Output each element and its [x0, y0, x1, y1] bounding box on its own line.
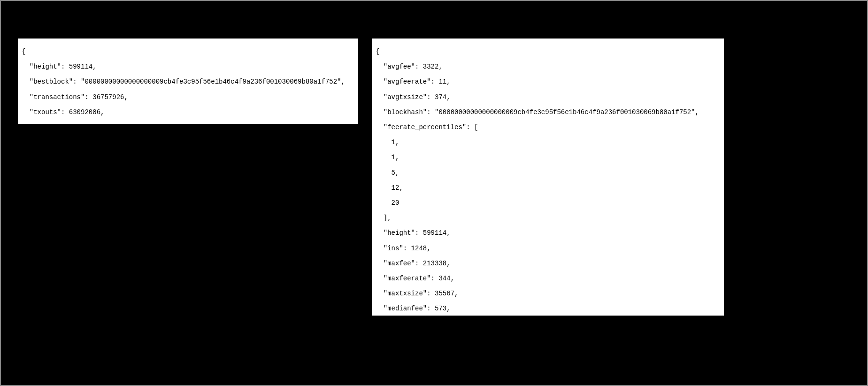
kv-avgfee: "avgfee": 3322, — [376, 63, 720, 70]
value: : 35567, — [427, 290, 458, 297]
key: "feerate_percentiles" — [384, 124, 466, 131]
value: : [ — [466, 124, 478, 131]
key: "bogosize" — [30, 124, 69, 124]
brace-open: { — [376, 48, 720, 55]
key: "avgfee" — [384, 63, 415, 70]
kv-avgtxsize: "avgtxsize": 374, — [376, 93, 720, 101]
brace-open: { — [22, 48, 354, 55]
kv-feerate-percentiles-open: "feerate_percentiles": [ — [376, 124, 720, 131]
key: "maxfeerate" — [384, 275, 431, 282]
key: "maxtxsize" — [384, 290, 427, 297]
kv-height: "height": 599114, — [376, 229, 720, 237]
json-output-right: { "avgfee": 3322, "avgfeerate": 11, "avg… — [372, 39, 724, 316]
key: "ins" — [384, 245, 403, 252]
feerate-item: 20 — [376, 199, 720, 207]
value: : 11, — [431, 78, 451, 85]
kv-txouts: "txouts": 63092086, — [22, 108, 354, 116]
value: : 374, — [427, 93, 450, 101]
key: "maxfee" — [384, 260, 415, 267]
value: : "00000000000000000009cb4fe3c95f56e1b46… — [73, 78, 345, 85]
value: : 36757926, — [84, 93, 128, 101]
screenshot-frame: { "height": 599114, "bestblock": "000000… — [1, 1, 867, 385]
value: : 4745309576, — [69, 124, 120, 124]
key: "medianfee" — [384, 305, 427, 312]
kv-maxtxsize: "maxtxsize": 35567, — [376, 290, 720, 297]
feerate-percentiles-close: ], — [376, 214, 720, 222]
value: : 213338, — [415, 260, 451, 267]
feerate-item: 5, — [376, 169, 720, 177]
key: "height" — [30, 63, 61, 70]
value: : 573, — [427, 305, 450, 312]
kv-bestblock: "bestblock": "00000000000000000009cb4fe3… — [22, 78, 354, 85]
feerate-item: 1, — [376, 154, 720, 161]
kv-ins: "ins": 1248, — [376, 245, 720, 252]
key: "bestblock" — [30, 78, 73, 85]
value: : 3322, — [415, 63, 443, 70]
key: "avgfeerate" — [384, 78, 431, 85]
key: "blockhash" — [384, 108, 427, 116]
value: : 599114, — [415, 229, 451, 237]
value: : "00000000000000000009cb4fe3c95f56e1b46… — [427, 108, 699, 116]
kv-avgfeerate: "avgfeerate": 11, — [376, 78, 720, 85]
key: "transactions" — [30, 93, 85, 101]
value: : 599114, — [61, 63, 97, 70]
kv-height: "height": 599114, — [22, 63, 354, 70]
value: : 1248, — [403, 245, 431, 252]
kv-transactions: "transactions": 36757926, — [22, 93, 354, 101]
json-output-left: { "height": 599114, "bestblock": "000000… — [18, 39, 358, 124]
key: "height" — [384, 229, 415, 237]
value: : 344, — [431, 275, 454, 282]
feerate-item: 1, — [376, 139, 720, 146]
key: "txouts" — [30, 108, 61, 116]
kv-maxfeerate: "maxfeerate": 344, — [376, 275, 720, 282]
kv-medianfee: "medianfee": 573, — [376, 305, 720, 312]
key: "avgtxsize" — [384, 93, 427, 101]
kv-blockhash: "blockhash": "00000000000000000009cb4fe3… — [376, 108, 720, 116]
feerate-item: 12, — [376, 184, 720, 192]
value: : 63092086, — [61, 108, 104, 116]
kv-bogosize: "bogosize": 4745309576, — [22, 124, 354, 124]
kv-maxfee: "maxfee": 213338, — [376, 260, 720, 267]
